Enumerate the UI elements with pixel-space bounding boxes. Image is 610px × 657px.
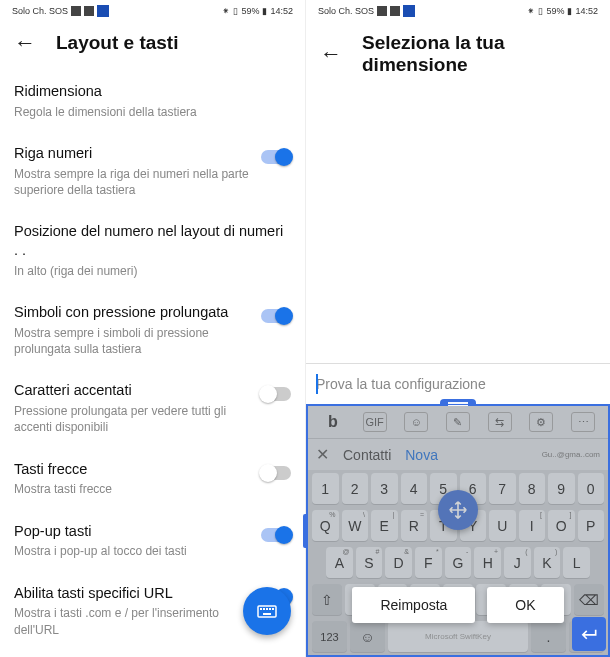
item-desc: Mostra tasti frecce (14, 481, 251, 497)
translate-icon[interactable]: ⇆ (488, 412, 512, 432)
toggle-frecce[interactable] (261, 466, 291, 480)
key-a[interactable]: @A (326, 547, 353, 578)
item-desc: Mostra sempre i simboli di pressione pro… (14, 325, 251, 357)
item-simboli-prolungata[interactable]: Simboli con pressione prolungataMostra s… (14, 291, 291, 369)
battery-text: 59% (241, 6, 259, 16)
svg-rect-5 (272, 608, 274, 610)
numeric-key[interactable]: 123 (312, 621, 347, 652)
key-1[interactable]: 1 (312, 473, 339, 504)
key-0[interactable]: 0 (578, 473, 605, 504)
keyboard-fab[interactable] (243, 587, 291, 635)
signal-icon (71, 6, 81, 16)
item-popup-tasti[interactable]: Pop-up tastiMostra i pop-up al tocco dei… (14, 510, 291, 572)
item-caratteri-accentati[interactable]: Caratteri accentatiPressione prolungata … (14, 369, 291, 447)
key-2[interactable]: 2 (342, 473, 369, 504)
header: ← Seleziona la tua dimensione (306, 22, 610, 92)
more-icon[interactable]: ⋯ (571, 412, 595, 432)
key-q[interactable]: %Q (312, 510, 339, 541)
status-bar: Solo Ch. SOS ⁕ ▯ 59% ▮ 14:52 (306, 0, 610, 22)
svg-rect-2 (263, 608, 265, 610)
suggestion-3[interactable]: Gu..@gma..com (542, 450, 600, 459)
key-i[interactable]: [I (519, 510, 546, 541)
resize-action-buttons: Reimposta OK (308, 587, 608, 623)
clock-text: 14:52 (575, 6, 598, 16)
svg-rect-1 (260, 608, 262, 610)
move-handle-icon[interactable] (438, 490, 478, 530)
toggle-popup[interactable] (261, 528, 291, 542)
key-g[interactable]: -G (445, 547, 472, 578)
item-durata-prolungata[interactable]: Durata pressione prolungata (14, 650, 291, 657)
keyboard-icon (255, 599, 279, 623)
signal-icon (377, 6, 387, 16)
qwerty-row-2: @A #S &D *F -G +H (J )K L (308, 544, 608, 581)
key-f[interactable]: *F (415, 547, 442, 578)
toggle-accentati[interactable] (261, 387, 291, 401)
settings-icon[interactable]: ⚙ (529, 412, 553, 432)
key-4[interactable]: 4 (401, 473, 428, 504)
sticker-icon[interactable]: ☺ (404, 412, 428, 432)
item-riga-numeri[interactable]: Riga numeriMostra sempre la riga dei num… (14, 132, 291, 210)
suggestion-bar: ✕ Contatti Nova Gu..@gma..com (308, 439, 608, 470)
enter-fab[interactable] (572, 617, 606, 651)
try-config-input[interactable]: Prova la tua configurazione (306, 363, 610, 404)
keyboard-toolbar: b GIF ☺ ✎ ⇆ ⚙ ⋯ (308, 406, 608, 439)
space-key[interactable]: Microsoft SwiftKey (388, 621, 528, 652)
gif-button[interactable]: GIF (363, 412, 387, 432)
item-ridimensiona[interactable]: RidimensionaRegola le dimensioni della t… (14, 70, 291, 132)
key-p[interactable]: P (578, 510, 605, 541)
keyboard-resize-frame[interactable]: b GIF ☺ ✎ ⇆ ⚙ ⋯ ✕ Contatti Nova Gu..@gma… (306, 404, 610, 657)
page-title: Seleziona la tua dimensione (362, 32, 596, 76)
item-desc: Pressione prolungata per vedere tutti gl… (14, 403, 251, 435)
key-r[interactable]: =R (401, 510, 428, 541)
key-8[interactable]: 8 (519, 473, 546, 504)
svg-rect-0 (258, 606, 276, 617)
key-e[interactable]: |E (371, 510, 398, 541)
bing-icon[interactable]: b (321, 412, 345, 432)
battery-icon: ▮ (262, 6, 267, 16)
key-7[interactable]: 7 (489, 473, 516, 504)
item-label: Ridimensiona (14, 82, 291, 101)
ok-button[interactable]: OK (487, 587, 563, 623)
toggle-simboli[interactable] (261, 309, 291, 323)
suggestion-2[interactable]: Nova (405, 447, 438, 463)
carrier-text: Solo Ch. SOS (318, 6, 374, 16)
item-posizione-numero[interactable]: Posizione del numero nel layout di numer… (14, 210, 291, 291)
back-icon[interactable]: ← (14, 32, 36, 54)
back-icon[interactable]: ← (320, 43, 342, 65)
period-key[interactable]: . (531, 621, 566, 652)
key-j[interactable]: (J (504, 547, 531, 578)
key-k[interactable]: )K (534, 547, 561, 578)
key-s[interactable]: #S (356, 547, 383, 578)
page-title: Layout e tasti (56, 32, 178, 54)
bluetooth-icon: ⁕ (527, 6, 535, 16)
try-placeholder: Prova la tua configurazione (316, 376, 486, 392)
reset-button[interactable]: Reimposta (352, 587, 475, 623)
key-9[interactable]: 9 (548, 473, 575, 504)
key-h[interactable]: +H (474, 547, 501, 578)
wifi-icon (84, 6, 94, 16)
close-icon[interactable]: ✕ (316, 445, 329, 464)
key-w[interactable]: \W (342, 510, 369, 541)
vibrate-icon: ▯ (233, 6, 238, 16)
item-tasti-frecce[interactable]: Tasti frecceMostra tasti frecce (14, 448, 291, 510)
key-d[interactable]: &D (385, 547, 412, 578)
keyboard-preview: Prova la tua configurazione b GIF ☺ ✎ ⇆ … (306, 363, 610, 657)
item-label: Abilita tasti specifici URL (14, 584, 251, 603)
clipboard-icon[interactable]: ✎ (446, 412, 470, 432)
item-label: Posizione del numero nel layout di numer… (14, 222, 291, 260)
toggle-riga-numeri[interactable] (261, 150, 291, 164)
suggestion-1[interactable]: Contatti (343, 447, 391, 463)
emoji-key[interactable]: ☺ (350, 621, 385, 652)
key-l[interactable]: L (563, 547, 590, 578)
app-icon (403, 5, 415, 17)
item-label: Pop-up tasti (14, 522, 251, 541)
svg-rect-4 (269, 608, 271, 610)
status-bar: Solo Ch. SOS ⁕ ▯ 59% ▮ 14:52 (0, 0, 305, 22)
svg-rect-3 (266, 608, 268, 610)
key-3[interactable]: 3 (371, 473, 398, 504)
item-label: Simboli con pressione prolungata (14, 303, 251, 322)
key-u[interactable]: U (489, 510, 516, 541)
key-o[interactable]: ]O (548, 510, 575, 541)
app-icon (97, 5, 109, 17)
enter-icon (579, 624, 599, 644)
